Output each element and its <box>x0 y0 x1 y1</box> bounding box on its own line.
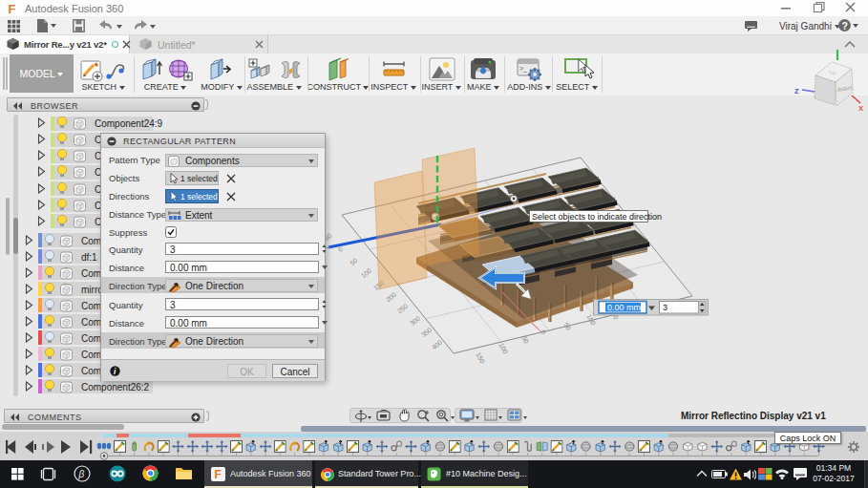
svg-text:Z: Z <box>794 87 799 95</box>
svg-text:F: F <box>215 468 222 481</box>
svg-text:350: 350 <box>420 327 434 339</box>
svg-text:F: F <box>9 2 16 14</box>
svg-text:50: 50 <box>349 257 359 266</box>
svg-text:X: X <box>858 104 863 113</box>
svg-text:Select objects to indicate dir: Select objects to indicate direction <box>532 212 662 222</box>
svg-text:3: 3 <box>663 303 667 312</box>
svg-text:β: β <box>78 469 85 479</box>
svg-text:100: 100 <box>360 267 373 280</box>
svg-text:100: 100 <box>498 342 509 355</box>
svg-text:?: ? <box>841 20 847 32</box>
svg-text:150: 150 <box>475 351 486 365</box>
svg-text:0.00 mm: 0.00 mm <box>607 303 641 312</box>
svg-text:300: 300 <box>409 315 422 328</box>
svg-text:400: 400 <box>431 339 444 351</box>
svg-text:50: 50 <box>520 335 530 345</box>
svg-text:200: 200 <box>385 291 398 304</box>
svg-text:250: 250 <box>396 303 410 315</box>
svg-text:>_: >_ <box>519 65 527 73</box>
